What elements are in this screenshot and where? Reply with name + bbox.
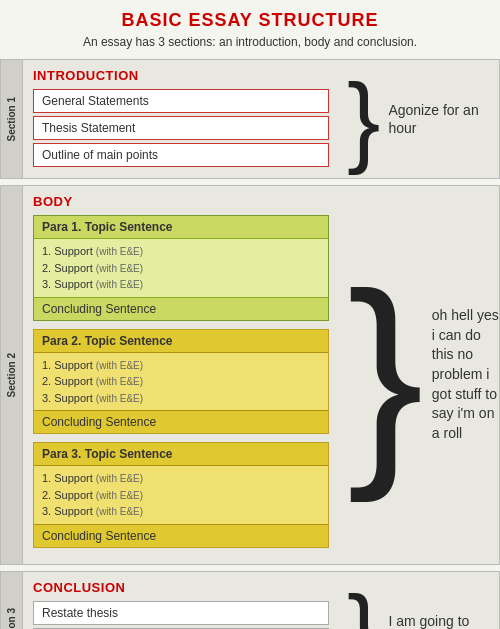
section2-row: Section 2 BODY Para 1. Topic Sentence 1.… [0,185,500,565]
para1-support1-text: Support [54,245,93,257]
para3-support2: 2. Support (with E&E) [42,487,320,504]
intro-box-2: Thesis Statement [33,116,329,140]
section2-content: BODY Para 1. Topic Sentence 1. Support (… [23,186,339,564]
section2-label-wrapper: Section 2 [1,186,23,564]
para1-support2: 2. Support (with E&E) [42,260,320,277]
para1-support3: 3. Support (with E&E) [42,276,320,293]
para2-support2: 2. Support (with E&E) [42,373,320,390]
section1-header: INTRODUCTION [33,68,329,83]
para2-support3: 3. Support (with E&E) [42,390,320,407]
para3-support3-num: 3. [42,505,51,517]
para3-support1-text: Support [54,472,93,484]
para2-support3-num: 3. [42,392,51,404]
para2-concluding: Concluding Sentence [34,410,328,433]
section3-content: CONCLUSION Restate thesis Summary of mai… [23,572,339,630]
para2-support1: 1. Support (with E&E) [42,357,320,374]
para3-support1-num: 1. [42,472,51,484]
section3-brace-area: } I am going to walk into the sea [339,572,499,630]
para1-support3-text: Support [54,278,93,290]
section2-brace-area: } oh hell yes i can do this no problem i… [339,186,499,564]
para3-support1-eae: (with E&E) [96,473,143,484]
section1-brace: } [347,69,380,169]
section2-label: Section 2 [6,353,17,397]
section1-brace-text: Agonize for an hour [388,101,499,137]
para3-support2-eae: (with E&E) [96,490,143,501]
para3-block: Para 3. Topic Sentence 1. Support (with … [33,442,329,548]
para2-support2-text: Support [54,375,93,387]
para1-support1: 1. Support (with E&E) [42,243,320,260]
para2-block: Para 2. Topic Sentence 1. Support (with … [33,329,329,435]
conclusion-box-1: Restate thesis [33,601,329,625]
para2-support1-text: Support [54,359,93,371]
section2-header: BODY [33,194,329,209]
para3-concluding: Concluding Sentence [34,524,328,547]
para3-support1: 1. Support (with E&E) [42,470,320,487]
para2-support1-eae: (with E&E) [96,360,143,371]
para2-supports: 1. Support (with E&E) 2. Support (with E… [34,353,328,411]
main-title: BASIC ESSAY STRUCTURE [0,10,500,31]
para3-support3: 3. Support (with E&E) [42,503,320,520]
subtitle: An essay has 3 sections: an introduction… [0,35,500,49]
section3-row: Section 3 CONCLUSION Restate thesis Summ… [0,571,500,630]
para3-support3-text: Support [54,505,93,517]
section3-header: CONCLUSION [33,580,329,595]
para2-support2-num: 2. [42,375,51,387]
para1-support2-eae: (with E&E) [96,263,143,274]
section3-brace: } [347,581,380,630]
para1-concluding: Concluding Sentence [34,297,328,320]
section3-label: Section 3 [6,608,17,629]
section1-brace-area: } Agonize for an hour [339,60,499,178]
para1-topic: Para 1. Topic Sentence [34,216,328,239]
intro-box-1: General Statements [33,89,329,113]
para3-supports: 1. Support (with E&E) 2. Support (with E… [34,466,328,524]
para2-support3-text: Support [54,392,93,404]
para2-topic: Para 2. Topic Sentence [34,330,328,353]
section1-content: INTRODUCTION General Statements Thesis S… [23,60,339,178]
intro-box-3: Outline of main points [33,143,329,167]
para1-support3-eae: (with E&E) [96,279,143,290]
section1-label: Section 1 [6,97,17,141]
section3-label-wrapper: Section 3 [1,572,23,630]
para1-support2-text: Support [54,262,93,274]
para1-support1-num: 1. [42,245,51,257]
para2-support2-eae: (with E&E) [96,376,143,387]
section1-label-wrapper: Section 1 [1,60,23,178]
para2-support1-num: 1. [42,359,51,371]
para2-support3-eae: (with E&E) [96,393,143,404]
section2-brace-text: oh hell yes i can do this no problem i g… [432,306,499,443]
para3-topic: Para 3. Topic Sentence [34,443,328,466]
para3-support2-text: Support [54,489,93,501]
section1-row: Section 1 INTRODUCTION General Statement… [0,59,500,179]
para1-block: Para 1. Topic Sentence 1. Support (with … [33,215,329,321]
section3-brace-text: I am going to walk into the sea [388,612,499,629]
para1-support2-num: 2. [42,262,51,274]
para3-support2-num: 2. [42,489,51,501]
para1-support1-eae: (with E&E) [96,246,143,257]
para1-supports: 1. Support (with E&E) 2. Support (with E… [34,239,328,297]
page: BASIC ESSAY STRUCTURE An essay has 3 sec… [0,0,500,629]
para3-support3-eae: (with E&E) [96,506,143,517]
para1-support3-num: 3. [42,278,51,290]
section2-brace: } [347,277,424,473]
